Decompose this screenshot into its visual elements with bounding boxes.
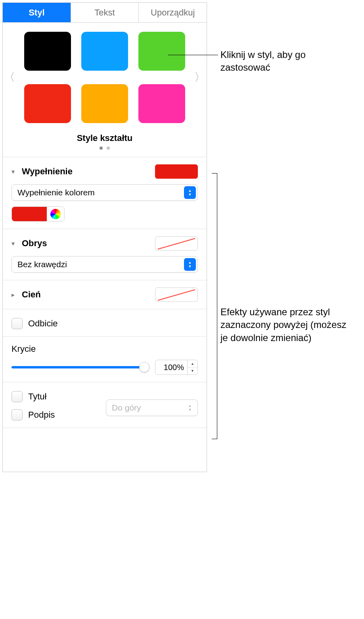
fill-type-popup[interactable]: Wypełnienie kolorem ▲▼ <box>11 184 198 201</box>
shape-styles-section: 〈 〉 Style kształtu <box>3 23 207 157</box>
fill-color-preview[interactable] <box>155 164 198 179</box>
stroke-title: Obrys <box>22 238 151 249</box>
callout-leader-line <box>168 55 218 55</box>
disclosure-down-icon[interactable]: ▾ <box>11 240 18 247</box>
stroke-type-value: Bez krawędzi <box>17 260 67 269</box>
disclosure-down-icon[interactable]: ▾ <box>11 168 18 175</box>
fill-color-swatch <box>12 207 47 221</box>
popup-arrows-icon: ▲▼ <box>184 186 196 199</box>
caption-position-popup[interactable]: Do góry ▲▼ <box>106 399 198 416</box>
reflection-section: Odbicie <box>3 309 207 337</box>
tab-arrange[interactable]: Uporządkuj <box>139 3 207 22</box>
shape-style-swatch[interactable] <box>24 32 71 71</box>
caption-section: Tytuł Podpis Do góry ▲▼ <box>3 382 207 428</box>
page-dot <box>107 147 110 150</box>
shape-style-swatch[interactable] <box>138 84 185 123</box>
shape-style-grid <box>16 32 193 123</box>
slider-thumb[interactable] <box>139 362 149 372</box>
shadow-preview-none[interactable] <box>155 287 198 302</box>
stroke-section: ▾ Obrys Bez krawędzi ▲▼ <box>3 229 207 280</box>
shadow-section: ▸ Cień <box>3 280 207 309</box>
title-checkbox[interactable] <box>11 391 23 402</box>
tab-style-label: Styl <box>29 8 44 18</box>
page-dot <box>100 147 103 150</box>
shape-style-swatch[interactable] <box>24 84 71 123</box>
opacity-stepper[interactable]: 100% ▲ ▼ <box>155 360 198 375</box>
shape-style-swatch[interactable] <box>81 84 128 123</box>
shape-styles-label: Style kształtu <box>3 133 207 143</box>
fill-section: ▾ Wypełnienie Wypełnienie kolorem ▲▼ <box>3 157 207 229</box>
caption-position-value: Do góry <box>112 403 141 413</box>
callout-bracket <box>212 173 217 439</box>
popup-arrows-icon: ▲▼ <box>184 401 196 414</box>
format-inspector-panel: Styl Tekst Uporządkuj 〈 <box>2 2 207 472</box>
fill-title: Wypełnienie <box>22 166 151 177</box>
shadow-title: Cień <box>22 289 151 300</box>
tab-style[interactable]: Styl <box>3 3 71 22</box>
fill-color-well[interactable] <box>11 206 65 222</box>
tab-arrange-label: Uporządkuj <box>151 8 195 18</box>
subtitle-label: Podpis <box>28 410 55 420</box>
slider-track <box>11 366 149 368</box>
disclosure-right-icon[interactable]: ▸ <box>11 291 18 299</box>
stroke-preview-none[interactable] <box>155 236 198 251</box>
shape-style-swatch[interactable] <box>138 32 185 71</box>
reflection-title: Odbicie <box>28 318 58 329</box>
page-indicator[interactable] <box>3 147 207 150</box>
color-wheel-icon <box>50 209 61 219</box>
stepper-up-icon[interactable]: ▲ <box>188 360 197 368</box>
opacity-title: Krycie <box>11 344 198 354</box>
chevron-right-icon: 〉 <box>194 70 205 85</box>
opacity-section: Krycie 100% ▲ ▼ <box>3 337 207 382</box>
opacity-value[interactable]: 100% <box>155 360 187 374</box>
stroke-type-popup[interactable]: Bez krawędzi ▲▼ <box>11 256 198 273</box>
popup-arrows-icon: ▲▼ <box>184 258 196 271</box>
inspector-tabs: Styl Tekst Uporządkuj <box>3 3 207 23</box>
tab-text-label: Tekst <box>94 8 115 18</box>
shape-style-swatch[interactable] <box>81 32 128 71</box>
fill-type-value: Wypełnienie kolorem <box>17 188 95 197</box>
title-label: Tytuł <box>28 391 46 402</box>
chevron-left-icon: 〈 <box>4 70 15 85</box>
subtitle-checkbox[interactable] <box>11 409 23 420</box>
reflection-checkbox[interactable] <box>11 318 23 329</box>
callout-effects: Efekty używane przez styl zaznaczony pow… <box>220 306 355 344</box>
styles-next-button[interactable]: 〉 <box>193 70 207 85</box>
color-picker-button[interactable] <box>47 207 64 221</box>
tab-text[interactable]: Tekst <box>71 3 139 22</box>
opacity-slider[interactable] <box>11 362 149 373</box>
callout-apply-style: Kliknij w styl, aby go zastosować <box>220 48 351 74</box>
styles-prev-button[interactable]: 〈 <box>3 70 16 85</box>
stepper-down-icon[interactable]: ▼ <box>188 368 197 375</box>
